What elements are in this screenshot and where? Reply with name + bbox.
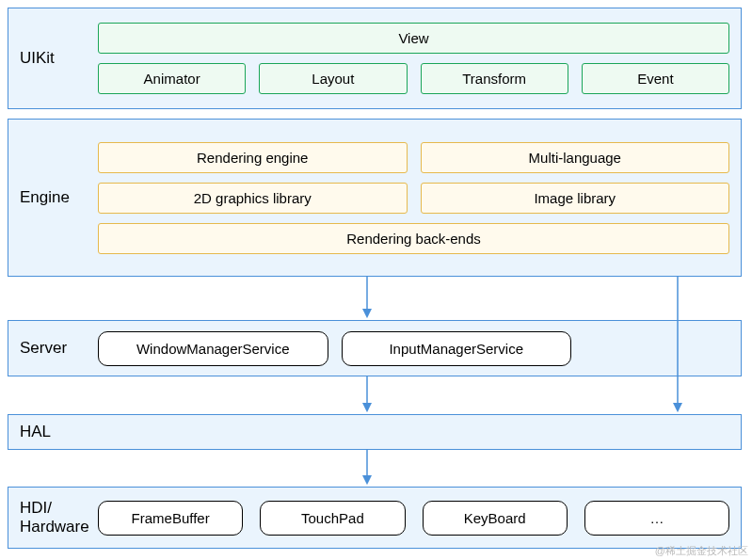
window-manager-box: WindowManagerService [98, 331, 328, 366]
engine-layer: Engine Rendering engine Multi-language 2… [8, 119, 742, 277]
hardware-body: FrameBuffer TouchPad KeyBoard … [98, 488, 741, 548]
hal-title: HAL [8, 423, 98, 441]
hal-body [98, 415, 741, 449]
view-box: View [98, 23, 729, 54]
rendering-engine-box: Rendering engine [98, 142, 408, 173]
2d-graphics-box: 2D graphics library [98, 183, 408, 214]
touchpad-box: TouchPad [260, 501, 405, 536]
ellipsis-box: … [584, 501, 729, 536]
animator-box: Animator [98, 63, 246, 94]
uikit-body: View Animator Layout Transform Event [98, 8, 741, 108]
hal-layer: HAL [8, 414, 742, 450]
layout-box: Layout [259, 63, 407, 94]
uikit-layer: UIKit View Animator Layout Transform Eve… [8, 8, 742, 109]
rendering-backends-box: Rendering back-ends [98, 223, 729, 254]
server-layer: Server WindowManagerService InputManager… [8, 320, 742, 376]
hardware-layer: HDI/ Hardware FrameBuffer TouchPad KeyBo… [8, 487, 742, 549]
keyboard-box: KeyBoard [423, 501, 568, 536]
input-manager-box: InputManagerService [342, 331, 572, 366]
server-body: WindowManagerService InputManagerService [98, 321, 741, 376]
event-box: Event [582, 63, 729, 94]
framebuffer-box: FrameBuffer [98, 501, 243, 536]
multi-language-box: Multi-language [421, 142, 730, 173]
watermark: @稀土掘金技术社区 [655, 544, 748, 558]
image-library-box: Image library [421, 183, 730, 214]
server-title: Server [8, 339, 98, 358]
engine-title: Engine [8, 188, 98, 207]
hardware-title: HDI/ Hardware [8, 499, 98, 536]
uikit-title: UIKit [8, 49, 98, 68]
transform-box: Transform [421, 63, 568, 94]
engine-body: Rendering engine Multi-language 2D graph… [98, 120, 741, 276]
